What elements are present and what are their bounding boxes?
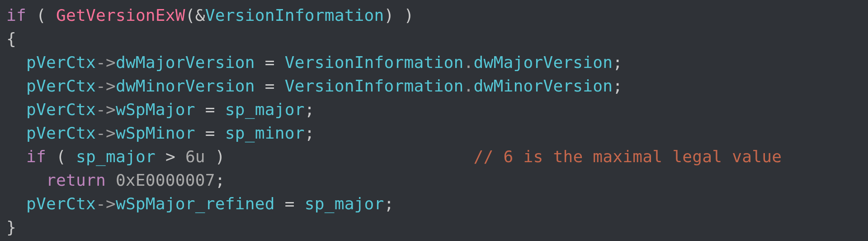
func-getversionexw: GetVersionExW (56, 5, 185, 25)
ident-spmajor: sp_major (305, 194, 384, 213)
rparen-inner: ) (384, 5, 394, 25)
arrow-op: -> (96, 194, 116, 213)
keyword-return: return (46, 170, 106, 190)
rparen: ) (215, 147, 225, 166)
gt-op: > (165, 147, 175, 166)
assign-op: = (285, 194, 295, 213)
assign-op: = (265, 53, 275, 72)
member-dwminorversion: dwMinorVersion (116, 76, 255, 96)
keyword-if: if (26, 147, 46, 166)
lparen: ( (56, 147, 66, 166)
member-wspminor: wSpMinor (116, 123, 195, 143)
semicolon: ; (613, 53, 623, 72)
assign-op: = (205, 100, 215, 119)
ident-spmajor: sp_major (76, 147, 156, 166)
lbrace: { (6, 29, 16, 48)
lparen-inner: ( (185, 5, 195, 25)
member-dwmajorversion: dwMajorVersion (116, 53, 255, 72)
semicolon: ; (613, 76, 623, 96)
rparen: ) (404, 5, 414, 25)
arrow-op: -> (96, 123, 116, 143)
arrow-op: -> (96, 53, 116, 72)
arrow-op: -> (96, 100, 116, 119)
ident-versioninformation: VersionInformation (285, 53, 464, 72)
rbrace: } (6, 217, 16, 237)
ident-pverctx: pVerCtx (26, 53, 96, 72)
ampersand: & (195, 5, 205, 25)
assign-op: = (205, 123, 215, 143)
member-wspmajor-refined: wSpMajor_refined (116, 194, 275, 213)
member-dwmajorversion: dwMajorVersion (473, 53, 613, 72)
member-dwminorversion: dwMinorVersion (473, 76, 613, 96)
assign-op: = (265, 76, 275, 96)
dot-op: . (463, 76, 473, 96)
dot-op: . (463, 53, 473, 72)
ident-pverctx: pVerCtx (26, 123, 96, 143)
lparen: ( (36, 5, 46, 25)
ident-spminor: sp_minor (225, 123, 305, 143)
semicolon: ; (215, 170, 225, 190)
ident-versioninformation: VersionInformation (205, 5, 384, 25)
keyword-if: if (6, 5, 26, 25)
code-block: if ( GetVersionExW(&VersionInformation) … (0, 0, 868, 241)
literal-6u: 6u (185, 147, 205, 166)
comment-spmax: // 6 is the maximal legal value (474, 147, 782, 166)
arrow-op: -> (96, 76, 116, 96)
literal-hex: 0xE0000007 (116, 170, 215, 190)
ident-pverctx: pVerCtx (26, 194, 96, 213)
semicolon: ; (305, 123, 315, 143)
ident-pverctx: pVerCtx (26, 76, 96, 96)
ident-versioninformation: VersionInformation (285, 76, 464, 96)
ident-pverctx: pVerCtx (26, 100, 96, 119)
semicolon: ; (305, 100, 315, 119)
semicolon: ; (384, 194, 394, 213)
ident-spmajor: sp_major (225, 100, 305, 119)
member-wspmajor: wSpMajor (116, 100, 195, 119)
